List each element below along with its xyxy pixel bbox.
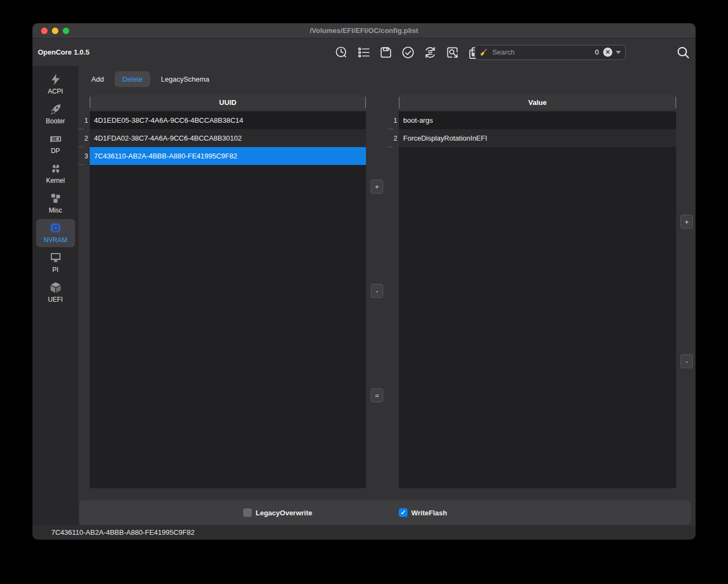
lightning-bolt-icon [49,73,62,86]
uuid-table: 4D1EDE05-38C7-4A6A-9CC6-4BCCA8B38C14 4D1… [90,111,366,488]
chip-icon [49,222,62,235]
cubes-icon [49,192,62,205]
value-table: boot-args ForceDisplayRotationInEFI [399,111,676,488]
uuid-remove-row-button[interactable]: - [371,284,383,298]
options-panel: LegacyOverwrite ✓ WriteFlash [79,500,691,525]
sidebar-item-acpi[interactable]: ACPI [36,70,75,98]
window-title: /Volumes/EFI/EFI/OC/config.plist [32,26,696,35]
sidebar-item-misc[interactable]: Misc [36,189,75,217]
tab-delete[interactable]: Delete [115,71,150,87]
value-column-header[interactable]: Value [399,95,676,110]
sidebar: ACPI Booter DP Kernel Misc NVRAM [32,66,78,525]
legacy-overwrite-option[interactable]: LegacyOverwrite [243,508,312,517]
magnifier-icon[interactable] [676,45,691,60]
search-clear-icon[interactable]: ✕ [603,48,612,57]
broom-icon [479,48,488,57]
save-icon[interactable] [378,45,393,60]
sidebar-item-nvram[interactable]: NVRAM [36,219,75,247]
table-row[interactable]: 4D1EDE05-38C7-4A6A-9CC6-4BCCA8B38C14 [90,111,366,129]
checkbox-label: WriteFlash [411,509,447,517]
titlebar: /Volumes/EFI/EFI/OC/config.plist [32,23,696,38]
table-row[interactable]: 7C436110-AB2A-4BBB-A880-FE41995C9F82 [90,147,366,165]
value-add-row-button[interactable]: + [680,215,693,229]
sidebar-item-label: Booter [46,117,65,125]
rocket-icon [49,103,62,116]
validate-check-icon[interactable] [400,45,416,60]
sidebar-item-label: ACPI [48,88,63,95]
write-flash-option[interactable]: ✓ WriteFlash [399,508,447,517]
table-row[interactable]: 4D1FDA02-38C7-4A6A-9CC6-4BCCA8B30102 [90,129,366,147]
tab-legacyschema[interactable]: LegacySchema [153,71,217,87]
clover-icon [49,162,62,175]
table-row[interactable]: boot-args [399,111,676,129]
sync-list-icon[interactable] [423,45,438,60]
app-window: /Volumes/EFI/EFI/OC/config.plist OpenCor… [32,23,696,540]
toolbar: OpenCore 1.0.5 [32,38,696,66]
status-text: 7C436110-AB2A-4BBB-A880-FE41995C9F82 [51,528,195,536]
sidebar-item-dp[interactable]: DP [36,130,75,158]
sidebar-item-pi[interactable]: PI [36,249,75,277]
zoom-window-button[interactable] [63,28,69,34]
minimize-window-button[interactable] [52,28,58,34]
sidebar-item-label: PI [52,266,58,274]
write-flash-checkbox[interactable]: ✓ [399,508,408,517]
search-input-wrap: 0 ✕ [475,45,626,60]
checkbox-label: LegacyOverwrite [256,509,312,517]
search-input[interactable] [492,48,595,56]
snapshot-disk-icon[interactable] [445,45,460,60]
tree-list-icon[interactable] [356,45,371,60]
sidebar-item-label: Misc [49,207,62,214]
sidebar-item-booter[interactable]: Booter [36,100,75,128]
search-count: 0 [595,48,599,56]
uuid-column-header[interactable]: UUID [90,95,366,110]
app-version-label: OpenCore 1.0.5 [38,48,89,56]
value-remove-row-button[interactable]: - [680,354,693,368]
legacy-overwrite-checkbox[interactable] [243,508,252,517]
history-search-icon[interactable] [334,45,349,60]
gpu-card-icon [49,132,62,145]
table-row[interactable]: ForceDisplayRotationInEFI [399,129,676,147]
close-window-button[interactable] [41,28,48,34]
imac-icon [49,251,62,264]
sidebar-item-label: Kernel [46,177,65,184]
sidebar-item-label: UEFI [48,296,63,303]
statusbar: 7C436110-AB2A-4BBB-A880-FE41995C9F82 [32,525,696,540]
cube-3d-icon [49,281,62,294]
tab-bar: Add Delete LegacySchema [84,66,217,92]
search-dropdown-icon[interactable] [616,51,621,54]
uuid-add-row-button[interactable]: + [371,180,383,194]
uuid-equal-button[interactable]: = [371,388,383,402]
sidebar-item-kernel[interactable]: Kernel [36,160,75,188]
sidebar-item-uefi[interactable]: UEFI [36,278,75,307]
sidebar-item-label: NVRAM [44,236,67,244]
sidebar-item-label: DP [51,147,60,155]
tab-add[interactable]: Add [84,71,111,87]
main-panel: Add Delete LegacySchema UUID 1 2 3 4D1ED… [78,66,696,525]
